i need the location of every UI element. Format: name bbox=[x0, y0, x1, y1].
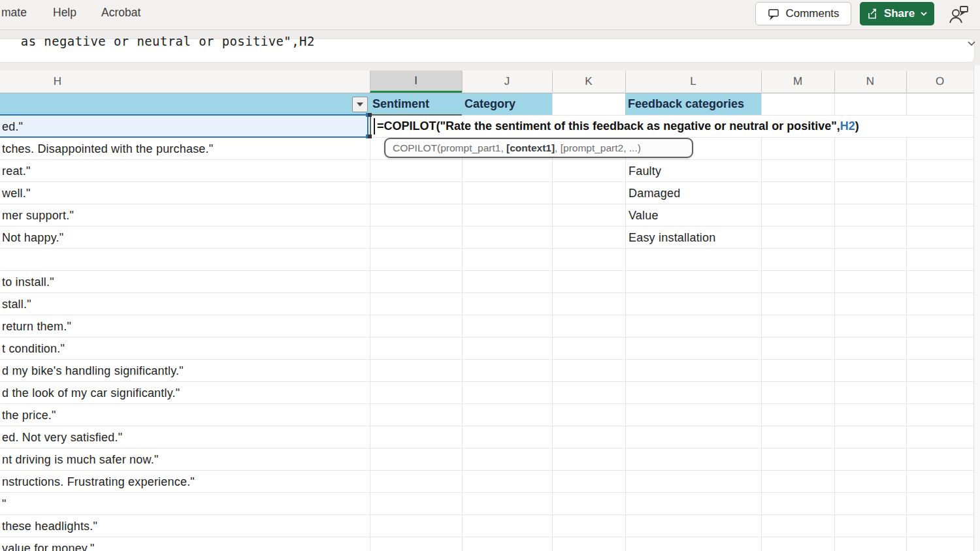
cell-H16[interactable]: ed. Not very satisfied." bbox=[0, 426, 370, 449]
gridline-v bbox=[462, 93, 463, 551]
share-label: Share bbox=[884, 7, 915, 20]
ribbon-tab-bar: mate Help Acrobat Comments Share bbox=[0, 0, 980, 30]
chevron-down-icon bbox=[920, 10, 928, 18]
cell-H19[interactable]: " bbox=[0, 493, 370, 515]
text-caret bbox=[374, 118, 375, 134]
autofilter-dropdown-button[interactable] bbox=[352, 97, 368, 112]
gridline-v bbox=[906, 93, 907, 551]
comments-label: Comments bbox=[785, 7, 839, 20]
formula-bar-expand-icon[interactable] bbox=[966, 37, 980, 52]
header-feedback-categories: Feedback categories bbox=[625, 93, 761, 115]
formula-string: "Rate the sentiment of this feedback as … bbox=[440, 119, 840, 133]
column-separator bbox=[761, 71, 762, 92]
column-header-I[interactable]: I bbox=[370, 71, 462, 93]
edit-cell-handle bbox=[368, 134, 372, 138]
cell-H18[interactable]: nstructions. Frustrating experience." bbox=[0, 471, 370, 493]
cell-H12[interactable]: t condition." bbox=[0, 338, 370, 360]
menu-item-help[interactable]: Help bbox=[53, 6, 76, 20]
share-button[interactable]: Share bbox=[860, 2, 934, 25]
column-separator bbox=[906, 71, 907, 92]
menu-item-acrobat[interactable]: Acrobat bbox=[101, 6, 140, 20]
cell-H4[interactable]: reat." bbox=[0, 160, 370, 182]
cell-H20[interactable]: these headlights." bbox=[0, 515, 370, 537]
excel-window: mate Help Acrobat Comments Share bbox=[0, 0, 980, 551]
comments-button[interactable]: Comments bbox=[755, 2, 851, 25]
column-header-J[interactable]: J bbox=[462, 71, 552, 93]
formula-bar-text: as negative or neutral or positive",H2 bbox=[13, 30, 315, 53]
cell-J1[interactable]: Category bbox=[462, 93, 552, 115]
share-icon bbox=[866, 8, 879, 20]
column-separator bbox=[370, 71, 370, 92]
column-header-N[interactable]: N bbox=[834, 71, 906, 93]
menu-item-automate[interactable]: mate bbox=[1, 6, 27, 20]
column-header-O[interactable]: O bbox=[906, 71, 973, 93]
column-separator bbox=[552, 71, 553, 92]
header-category: Category bbox=[462, 93, 552, 115]
edit-cell-handle bbox=[368, 113, 372, 117]
tooltip-pre: COPILOT(prompt_part1, bbox=[393, 142, 506, 154]
column-header-H[interactable]: H bbox=[0, 71, 115, 93]
cell-H6[interactable]: mer support." bbox=[0, 204, 370, 227]
vertical-scrollbar[interactable] bbox=[973, 65, 980, 551]
column-header-M[interactable]: M bbox=[761, 71, 834, 93]
formula-bar-region: as negative or neutral or positive",H2 bbox=[0, 30, 980, 71]
cell-H7[interactable]: Not happy." bbox=[0, 227, 370, 249]
function-signature-tooltip: COPILOT(prompt_part1, [context1], [promp… bbox=[384, 138, 693, 158]
column-separator bbox=[462, 71, 463, 92]
column-separator bbox=[834, 71, 835, 92]
formula-close-paren: ) bbox=[855, 119, 859, 133]
column-header-L[interactable]: L bbox=[625, 71, 761, 93]
cell-L6[interactable]: Value bbox=[625, 204, 761, 227]
column-header-K[interactable]: K bbox=[552, 71, 625, 93]
gridline-v bbox=[370, 93, 370, 551]
cell-H14[interactable]: d the look of my car significantly." bbox=[0, 382, 370, 404]
comment-icon bbox=[767, 7, 780, 20]
catch-up-people-icon[interactable] bbox=[947, 4, 970, 26]
cell-I2-formula[interactable]: =COPILOT("Rate the sentiment of this fee… bbox=[377, 116, 859, 137]
cell-H5[interactable]: well." bbox=[0, 182, 370, 204]
cell-H1[interactable] bbox=[0, 93, 370, 115]
cell-H3[interactable]: tches. Disappointed with the purchase." bbox=[0, 138, 370, 160]
cell-H17[interactable]: nt driving is much safer now." bbox=[0, 449, 370, 471]
cell-H15[interactable]: the price." bbox=[0, 404, 370, 426]
cell-L1[interactable]: Feedback categories bbox=[625, 93, 761, 115]
tooltip-active-arg: [context1] bbox=[506, 142, 555, 154]
cell-H10[interactable]: stall." bbox=[0, 293, 370, 315]
formula-cell-reference: H2 bbox=[840, 119, 855, 133]
gridline-v bbox=[552, 93, 553, 551]
column-separator bbox=[625, 71, 626, 92]
formula-function: =COPILOT( bbox=[377, 119, 440, 133]
cell-L7[interactable]: Easy installation bbox=[625, 227, 761, 249]
gridline-v bbox=[761, 93, 762, 551]
cell-L5[interactable]: Damaged bbox=[625, 182, 761, 204]
cell-I1[interactable]: Sentiment bbox=[370, 93, 462, 115]
tooltip-post: , [prompt_part2, ...) bbox=[555, 142, 641, 154]
cell-H9[interactable]: to install." bbox=[0, 271, 370, 293]
filter-triangle-icon bbox=[357, 102, 363, 106]
cell-L4[interactable]: Faulty bbox=[625, 160, 761, 182]
header-sentiment: Sentiment bbox=[370, 93, 462, 115]
cell-H21[interactable]: value for money." bbox=[0, 537, 370, 551]
cell-H2[interactable]: ed." bbox=[0, 116, 370, 138]
cell-H11[interactable]: return them." bbox=[0, 315, 370, 338]
cell-H13[interactable]: d my bike's handling significantly." bbox=[0, 360, 370, 382]
gridline-v bbox=[834, 93, 835, 551]
